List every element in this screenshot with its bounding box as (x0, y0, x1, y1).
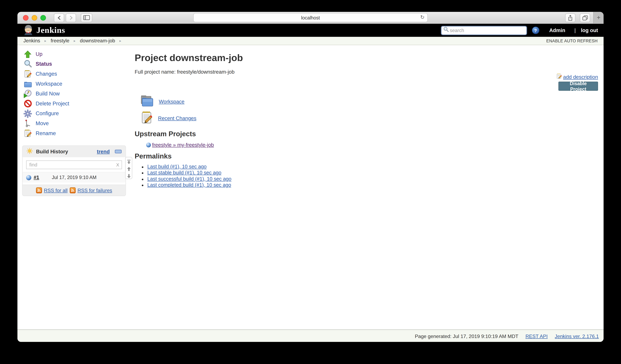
notepad-icon (23, 129, 33, 138)
tab-overview-button[interactable] (580, 13, 590, 22)
workspace-row: Workspace (140, 94, 184, 109)
forward-button[interactable] (66, 13, 76, 22)
sidebar-item-build-now[interactable]: Build Now (23, 89, 69, 99)
build-clock-icon (23, 89, 33, 98)
search-icon (443, 26, 449, 34)
chevron-right-icon: ▸ (120, 39, 121, 43)
rss-icon (36, 188, 42, 193)
page-title: Project downstream-job (135, 52, 243, 63)
task-sidebar: Up Status Changes (23, 49, 69, 139)
sidebar-item-configure[interactable]: Configure (23, 108, 69, 119)
recent-changes-icon (140, 110, 153, 126)
breadcrumb-downstream-job[interactable]: downstream-job (80, 38, 115, 44)
chevron-left-icon (57, 15, 61, 20)
screen: localhost ↻ + Jenkins (0, 0, 621, 364)
reload-icon[interactable]: ↻ (420, 14, 425, 20)
collapse-icon[interactable] (115, 150, 121, 153)
sidebar-item-delete-project[interactable]: Delete Project (23, 99, 69, 109)
user-link[interactable]: Admin (549, 27, 565, 33)
new-tab-button[interactable]: + (593, 12, 604, 23)
add-description-row: add description (556, 73, 598, 81)
zoom-window-button[interactable] (40, 15, 46, 20)
sidebar-item-label: Changes (36, 71, 57, 77)
last-successful-build-link[interactable]: Last successful build (#1), 10 sec ago (147, 176, 231, 182)
add-description-link[interactable]: add description (563, 74, 598, 80)
rss-for-all-link[interactable]: RSS for all (44, 188, 68, 193)
sidebar-item-label: Up (36, 51, 42, 57)
last-build-link[interactable]: Last build (#1), 10 sec ago (147, 164, 207, 170)
sidebar-item-workspace[interactable]: Workspace (23, 79, 69, 89)
scroll-up-icon[interactable] (126, 166, 131, 173)
jenkins-header: Jenkins ? Admin | log out (17, 24, 604, 37)
breadcrumb-freestyle[interactable]: freestyle (51, 38, 69, 44)
share-icon (568, 15, 573, 21)
clear-find-icon[interactable]: X (116, 162, 119, 167)
sidebar-item-rename[interactable]: Rename (23, 128, 69, 138)
sidebar-toggle-button[interactable] (81, 13, 92, 22)
disable-project-button[interactable]: Disable Project (558, 82, 598, 91)
notepad-icon (23, 69, 33, 79)
permalink-item: Last successful build (#1), 10 sec ago (147, 176, 231, 182)
build-row[interactable]: #1 Jul 17, 2019 9:10 AM (23, 172, 126, 183)
sidebar-item-changes[interactable]: Changes (23, 69, 69, 79)
page-content: Up Status Changes (17, 45, 604, 329)
rest-api-link[interactable]: REST API (525, 333, 548, 339)
browser-toolbar: localhost ↻ + (17, 12, 604, 24)
jenkins-version-link[interactable]: Jenkins ver. 2.176.1 (555, 333, 599, 339)
rss-icon (69, 188, 75, 193)
blue-ball-icon (26, 175, 31, 180)
help-icon[interactable]: ? (532, 26, 539, 34)
share-button[interactable] (565, 13, 575, 22)
minimize-window-button[interactable] (32, 15, 37, 20)
permalink-item: Last stable build (#1), 10 sec ago (147, 170, 231, 176)
page-generated-text: Page generated: Jul 17, 2019 9:10:19 AM … (415, 333, 518, 339)
recent-changes-link[interactable]: Recent Changes (158, 115, 196, 121)
upstream-project-link[interactable]: freestyle » my-freestyle-job (152, 142, 214, 148)
trend-link[interactable]: trend (97, 149, 110, 155)
sidebar-item-label: Status (36, 61, 52, 67)
recent-changes-row: Recent Changes (140, 110, 196, 126)
permalinks-list: Last build (#1), 10 sec ago Last stable … (140, 164, 231, 188)
edit-description-icon (556, 73, 562, 81)
build-history-header: Build History trend (23, 146, 126, 157)
jenkins-butler-logo (23, 24, 34, 36)
back-button[interactable] (54, 13, 64, 22)
chevron-right-icon: ▸ (45, 39, 46, 43)
dolly-icon (23, 119, 33, 128)
address-bar[interactable]: localhost ↻ (193, 13, 428, 22)
page-footer: Page generated: Jul 17, 2019 9:10:19 AM … (17, 329, 604, 342)
enable-auto-refresh-link[interactable]: ENABLE AUTO REFRESH (546, 38, 598, 43)
find-input[interactable] (26, 160, 122, 169)
no-entry-icon (23, 99, 33, 108)
build-history-find: X (23, 157, 126, 172)
last-completed-build-link[interactable]: Last completed build (#1), 10 sec ago (147, 182, 231, 188)
build-date: Jul 17, 2019 9:10 AM (52, 175, 97, 180)
build-history-panel: Build History trend X #1 Jul 17, 2019 9:… (22, 145, 126, 196)
last-stable-build-link[interactable]: Last stable build (#1), 10 sec ago (147, 170, 222, 176)
breadcrumb: Jenkins ▸ freestyle ▸ downstream-job ▸ E… (17, 37, 604, 45)
sidebar-item-move[interactable]: Move (23, 119, 69, 128)
build-history-scroll-control (125, 157, 132, 179)
logout-link[interactable]: log out (581, 27, 598, 33)
sidebar-item-label: Build Now (36, 91, 60, 97)
permalink-item: Last completed build (#1), 10 sec ago (147, 182, 231, 188)
sidebar-item-status[interactable]: Status (23, 59, 69, 69)
rss-for-failures-link[interactable]: RSS for failures (78, 188, 112, 193)
search-input[interactable] (449, 27, 525, 34)
sidebar-item-up[interactable]: Up (23, 49, 69, 59)
workspace-link[interactable]: Workspace (159, 98, 184, 104)
brand-name: Jenkins (36, 25, 65, 35)
magnifier-icon (23, 59, 33, 69)
scroll-down-icon[interactable] (126, 173, 131, 180)
scroll-to-top-icon[interactable] (126, 158, 131, 166)
full-project-name: Full project name: freestyle/downstream-… (135, 69, 235, 75)
build-history-footer: RSS for all RSS for failures (23, 185, 126, 196)
build-number-link[interactable]: #1 (34, 175, 39, 180)
breadcrumb-jenkins[interactable]: Jenkins (23, 38, 40, 44)
close-window-button[interactable] (23, 15, 29, 20)
nav-buttons (54, 13, 76, 22)
jenkins-home-link[interactable]: Jenkins (23, 24, 65, 36)
upstream-project-row: freestyle » my-freestyle-job (146, 142, 214, 148)
url-text: localhost (301, 15, 320, 20)
sun-icon (26, 148, 33, 156)
